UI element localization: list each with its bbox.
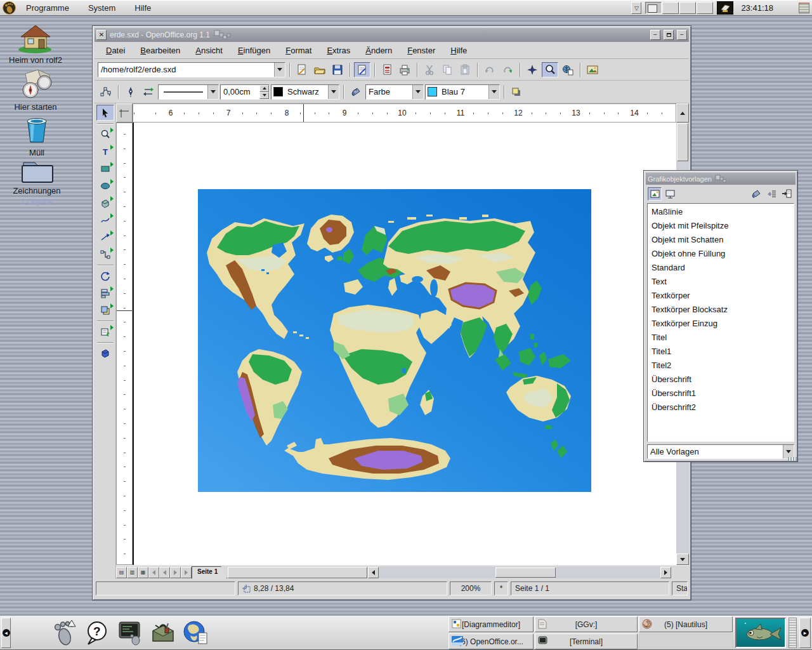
- url-dropdown-button[interactable]: [274, 63, 285, 77]
- menu-datei[interactable]: Datei: [98, 43, 133, 58]
- maximize-button[interactable]: [664, 30, 674, 40]
- spin-down-icon[interactable]: [259, 92, 269, 99]
- fish-applet[interactable]: [735, 618, 786, 648]
- export-pdf-button[interactable]: [379, 62, 395, 77]
- style-item[interactable]: Titel1: [648, 345, 794, 359]
- horizontal-ruler[interactable]: 6 7 8 9 10 11 12 13 14: [133, 103, 676, 123]
- drawer-applet-icon[interactable]: [799, 3, 809, 13]
- desktop-icon-trash[interactable]: Müll: [1, 114, 72, 157]
- style-filter-dropdown[interactable]: [783, 445, 794, 458]
- menu-extras[interactable]: Extras: [319, 43, 358, 58]
- applet-handle[interactable]: [789, 618, 797, 648]
- terminal-launcher[interactable]: [115, 618, 145, 648]
- task-openoffice[interactable]: (6) OpenOffice.or...: [449, 633, 534, 649]
- style-item[interactable]: Titel2: [648, 359, 794, 373]
- style-item[interactable]: Objekt mit Schatten: [648, 233, 794, 247]
- layer-view-button-2[interactable]: ▥: [127, 567, 138, 578]
- line-dialog-button[interactable]: [122, 84, 139, 100]
- last-page-button[interactable]: [181, 567, 192, 578]
- insert-tool[interactable]: [96, 324, 114, 340]
- menu-hilfe[interactable]: Hilfe: [126, 3, 160, 13]
- gallery-button[interactable]: [584, 62, 601, 77]
- workspace-pager[interactable]: [645, 2, 713, 14]
- drawing-page[interactable]: [133, 123, 676, 565]
- rotate-tool[interactable]: [96, 268, 114, 284]
- hscroll-thumb[interactable]: [495, 567, 556, 578]
- area-dialog-button[interactable]: [348, 84, 364, 100]
- menu-format[interactable]: Format: [278, 43, 319, 58]
- style-filter-combobox[interactable]: Alle Vorlagen: [647, 444, 794, 459]
- vscroll-thumb[interactable]: [677, 123, 688, 161]
- connector-tool[interactable]: [96, 246, 114, 262]
- line-width-spinner[interactable]: [259, 85, 269, 99]
- line-color-dropdown[interactable]: [328, 85, 339, 99]
- print-button[interactable]: [396, 62, 413, 77]
- menu-ansicht[interactable]: Ansicht: [188, 43, 230, 58]
- style-item[interactable]: Titel: [648, 331, 794, 345]
- style-item[interactable]: Objekt ohne Füllung: [648, 247, 794, 261]
- arrow-style-button[interactable]: [140, 84, 157, 100]
- workspace-2[interactable]: [662, 2, 679, 14]
- edit-file-button[interactable]: [354, 62, 370, 77]
- style-item[interactable]: Textkörper Blocksatz: [648, 303, 794, 317]
- desktop-icon-start-here[interactable]: Hier starten: [0, 69, 71, 112]
- text-tool[interactable]: T: [96, 143, 114, 159]
- style-item[interactable]: Textkörper: [648, 289, 794, 303]
- world-map-object[interactable]: [198, 189, 591, 492]
- gnome-menu-button[interactable]: [3, 1, 16, 15]
- alignment-tool[interactable]: [96, 285, 114, 301]
- layer-view-button-1[interactable]: ▤: [116, 567, 127, 578]
- style-item[interactable]: Überschrift2: [648, 401, 794, 415]
- graphic-styles-button[interactable]: [648, 187, 662, 201]
- workspace-1[interactable]: [645, 2, 662, 14]
- spin-up-icon[interactable]: [259, 85, 269, 92]
- line-width-value[interactable]: 0,00cm: [221, 87, 259, 96]
- menu-fenster[interactable]: Fenster: [400, 43, 443, 58]
- 3d-controller-tool[interactable]: [96, 345, 114, 361]
- curve-tool[interactable]: [96, 212, 114, 228]
- lines-arrows-tool[interactable]: [96, 229, 114, 245]
- status-zoom[interactable]: 200%: [450, 581, 492, 595]
- page-tab[interactable]: Seite 1: [192, 566, 227, 579]
- style-item[interactable]: Objekt mit Pfeilspitze: [648, 219, 794, 233]
- hyperlink-button[interactable]: [560, 62, 576, 77]
- line-color-combobox[interactable]: Schwarz: [271, 84, 339, 100]
- navigator-button[interactable]: [524, 62, 540, 77]
- workspace-4[interactable]: [697, 2, 713, 14]
- workspace-3[interactable]: [679, 2, 696, 14]
- select-tool[interactable]: [96, 105, 114, 121]
- arrange-tool[interactable]: [96, 302, 114, 318]
- close-icon[interactable]: ✕: [96, 30, 107, 40]
- ruler-origin-box[interactable]: [116, 103, 133, 123]
- fill-color-dropdown[interactable]: [488, 85, 499, 99]
- panel-popup-button[interactable]: ▽: [631, 2, 641, 14]
- fill-color-value[interactable]: Blau 7: [439, 87, 488, 96]
- menu-bearbeiten[interactable]: Bearbeiten: [133, 43, 188, 58]
- hscroll-right-button[interactable]: [660, 567, 671, 578]
- oo-titlebar[interactable]: ✕ erde.sxd - OpenOffice.org 1.1 − −: [95, 28, 689, 42]
- control-center-launcher[interactable]: [148, 618, 178, 648]
- redo-button[interactable]: [499, 62, 516, 77]
- menu-aendern[interactable]: Ändern: [358, 43, 400, 58]
- desktop-icon-zeichnungen[interactable]: Zeichnungen 2 Objekte: [1, 156, 72, 206]
- style-item[interactable]: Textkörper Einzug: [648, 317, 794, 331]
- zoom-tool[interactable]: [96, 126, 114, 142]
- shade-button[interactable]: −: [677, 30, 687, 40]
- menu-system[interactable]: System: [79, 3, 124, 13]
- task-nautilus[interactable]: (5) [Nautilus]: [639, 616, 733, 632]
- panel-hide-right-button[interactable]: ▸: [799, 618, 811, 648]
- line-width-field[interactable]: 0,00cm: [220, 84, 270, 100]
- url-combobox[interactable]: /home/rolf2/erde.sxd: [98, 62, 285, 77]
- shadow-button[interactable]: [508, 84, 525, 100]
- desktop-icon-home[interactable]: Heim von rolf2: [0, 20, 71, 65]
- presentation-styles-button[interactable]: [663, 187, 677, 201]
- line-style-combobox[interactable]: [158, 84, 219, 100]
- style-item[interactable]: Überschrift: [648, 373, 794, 387]
- menu-hilfe[interactable]: Hilfe: [443, 43, 475, 58]
- hscroll-left-button[interactable]: [368, 567, 379, 578]
- menu-programme[interactable]: Programme: [17, 3, 78, 13]
- line-style-dropdown[interactable]: [207, 85, 218, 99]
- vscroll-up-button[interactable]: [676, 103, 689, 123]
- zoom-button[interactable]: [542, 62, 558, 77]
- fill-type-combobox[interactable]: Farbe: [365, 84, 424, 100]
